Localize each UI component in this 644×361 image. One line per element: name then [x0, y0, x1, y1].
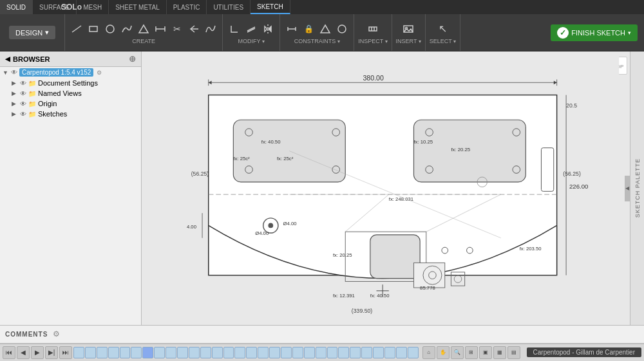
chevron-down-icon: ▾ [45, 28, 49, 37]
modify-icons [227, 21, 276, 37]
browser-item-sketches[interactable]: ▶ 👁 📁 Sketches [0, 109, 141, 119]
tab-sketch[interactable]: SKETCH [251, 0, 290, 14]
offset-icon[interactable] [243, 21, 259, 37]
browser-item-root[interactable]: ▼ 👁 Carpentopod 1:5.4 v152 ⚙ [0, 67, 141, 78]
timeline-item[interactable] [73, 347, 84, 358]
browser-expand-icon[interactable]: ◀ [5, 55, 10, 62]
origin-expand-icon: ▶ [12, 100, 18, 107]
eye-icon[interactable]: 👁 [11, 69, 17, 76]
hline-tool-icon[interactable] [153, 21, 168, 37]
timeline-item[interactable] [338, 347, 349, 358]
timeline-item[interactable] [316, 347, 327, 358]
timeline-item[interactable] [292, 347, 303, 358]
view-display3-button[interactable]: ▤ [507, 346, 520, 359]
step-forward-button[interactable]: ▶| [45, 346, 58, 359]
timeline-item[interactable] [327, 347, 338, 358]
constraint-horizontal-icon[interactable] [284, 21, 299, 37]
browser-item-named-views[interactable]: ▶ 👁 📁 Named Views [0, 88, 141, 98]
triangle-tool-icon[interactable] [136, 21, 151, 37]
timeline-item[interactable] [154, 347, 165, 358]
arc-icon[interactable] [203, 21, 218, 37]
select-cursor-icon[interactable]: ↖ [435, 21, 450, 37]
view-display1-button[interactable]: ▣ [479, 346, 492, 359]
solo-label: SOLo [61, 0, 82, 14]
constraint-lock-icon[interactable]: 🔒 [301, 21, 316, 37]
insert-icons [401, 21, 416, 37]
view-display2-button[interactable]: ▦ [493, 346, 506, 359]
timeline-item[interactable] [373, 347, 384, 358]
doc-eye-icon[interactable]: 👁 [20, 80, 26, 87]
design-dropdown[interactable]: DESIGN ▾ [9, 26, 55, 39]
views-eye-icon[interactable]: 👁 [20, 90, 26, 97]
tab-plastic[interactable]: PLASTIC [167, 0, 207, 14]
sketches-eye-icon[interactable]: 👁 [20, 111, 26, 118]
inspect-measure-icon[interactable] [365, 21, 381, 37]
svg-text:fx: 25c²: fx: 25c² [277, 156, 294, 162]
timeline-item[interactable] [234, 347, 245, 358]
timeline-item[interactable] [384, 347, 395, 358]
canvas-area[interactable]: TOP ◀ 380.00 226.00 20.5 [142, 51, 630, 325]
svg-text:Ø4.00: Ø4.00 [283, 221, 297, 227]
view-fit-button[interactable]: ⊞ [465, 346, 478, 359]
timeline-item[interactable] [97, 347, 108, 358]
timeline-item[interactable] [131, 347, 142, 358]
svg-text:380.00: 380.00 [363, 74, 384, 82]
origin-eye-icon[interactable]: 👁 [20, 100, 26, 107]
skip-end-button[interactable]: ⏭ [59, 346, 72, 359]
circle-tool-icon[interactable] [102, 21, 118, 37]
timeline-item[interactable] [200, 347, 211, 358]
timeline-item[interactable] [212, 347, 223, 358]
tab-utilities[interactable]: UTILITIES [207, 0, 251, 14]
skip-start-button[interactable]: ⏮ [3, 346, 15, 359]
svg-point-2 [106, 25, 114, 33]
mirror-icon[interactable] [260, 21, 276, 37]
rectangle-tool-icon[interactable] [86, 21, 101, 37]
constraint-triangle-icon[interactable] [317, 21, 333, 37]
sketches-label: Sketches [38, 110, 67, 118]
svg-marker-14 [321, 25, 330, 33]
timeline-item[interactable] [166, 347, 176, 358]
timeline-item[interactable] [189, 347, 200, 358]
tab-solid[interactable]: SOLID [0, 0, 33, 14]
fillet-icon[interactable] [227, 21, 242, 37]
scissors-icon[interactable]: ✂ [169, 21, 185, 37]
timeline-item[interactable] [281, 347, 292, 358]
root-item-label[interactable]: Carpentopod 1:5.4 v152 [19, 68, 93, 77]
timeline-item[interactable] [108, 347, 119, 358]
comments-settings-icon[interactable]: ⚙ [53, 329, 60, 338]
insert-image-icon[interactable] [401, 21, 416, 37]
views-folder-icon: 📁 [28, 90, 36, 97]
svg-text:fx: 10.25: fx: 10.25 [413, 139, 433, 145]
timeline-item[interactable] [142, 347, 153, 358]
root-item-settings-icon[interactable]: ⚙ [97, 69, 102, 76]
timeline-item[interactable] [120, 347, 131, 358]
timeline-item[interactable] [361, 347, 372, 358]
tab-sheet-metal[interactable]: SHEET METAL [109, 0, 167, 14]
timeline-item[interactable] [396, 347, 407, 358]
spline-tool-icon[interactable] [119, 21, 135, 37]
timeline-item[interactable] [85, 347, 96, 358]
timeline-item[interactable] [258, 347, 269, 358]
timeline-item[interactable] [177, 347, 188, 358]
views-expand-icon: ▶ [12, 90, 18, 97]
step-back-button[interactable]: ◀ [17, 346, 30, 359]
play-button[interactable]: ▶ [31, 346, 44, 359]
timeline-item[interactable] [269, 347, 280, 358]
finish-sketch-button[interactable]: ✓ FINISH SKETCH ▾ [551, 24, 638, 41]
sketches-folder-icon: 📁 [28, 111, 36, 118]
view-home-button[interactable]: ⌂ [422, 346, 435, 359]
timeline-item[interactable] [223, 347, 234, 358]
timeline-item[interactable] [350, 347, 361, 358]
timeline-item[interactable] [408, 347, 419, 358]
timeline-item[interactable] [246, 347, 257, 358]
arrow-left-icon[interactable] [186, 21, 202, 37]
browser-item-doc-settings[interactable]: ▶ 👁 📁 Document Settings [0, 78, 141, 88]
view-zoom-button[interactable]: 🔍 [451, 346, 464, 359]
browser-settings-icon[interactable]: ⊕ [129, 54, 136, 64]
timeline-item[interactable] [304, 347, 315, 358]
inspect-label: INSPECT ▾ [358, 38, 387, 44]
view-pan-button[interactable]: ✋ [437, 346, 450, 359]
browser-item-origin[interactable]: ▶ 👁 📁 Origin [0, 98, 141, 109]
line-tool-icon[interactable] [69, 21, 84, 37]
constraint-circle-icon[interactable] [334, 21, 350, 37]
